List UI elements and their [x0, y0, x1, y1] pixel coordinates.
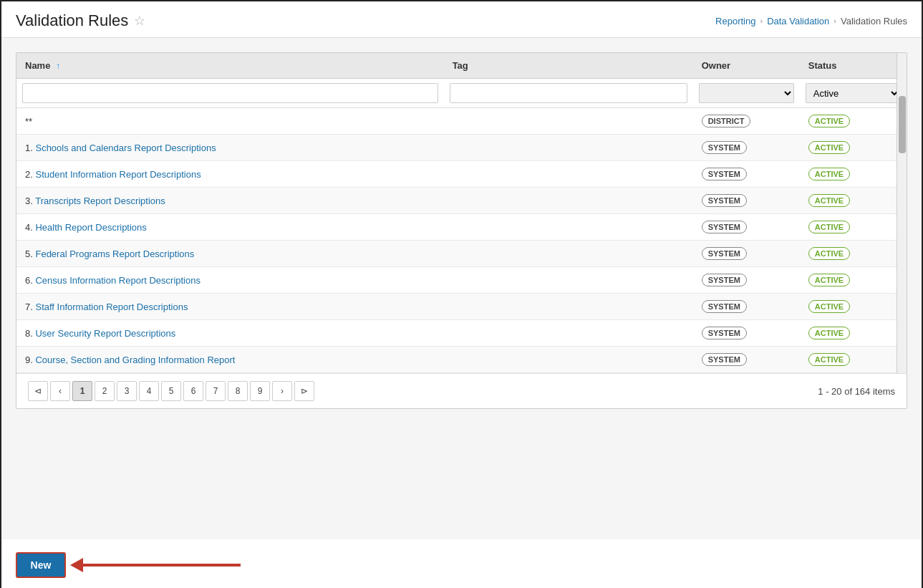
breadcrumb-sep-1: › — [760, 16, 763, 25]
row-status-cell: ACTIVE — [800, 188, 907, 214]
row-owner-cell: DISTRICT — [693, 108, 800, 135]
row-status-cell: ACTIVE — [800, 135, 907, 161]
page-title: Validation Rules ☆ — [16, 11, 145, 30]
breadcrumb-sep-2: › — [833, 16, 836, 25]
tag-filter-input[interactable] — [450, 83, 687, 103]
status-badge: ACTIVE — [808, 247, 850, 260]
arrow-line — [83, 564, 241, 567]
row-name-cell: 8. User Security Report Descriptions — [16, 320, 444, 347]
row-name-cell: 7. Staff Information Report Descriptions — [16, 294, 444, 320]
arrow-head-icon — [70, 558, 83, 572]
col-header-status[interactable]: Status — [800, 53, 907, 79]
page-button-9[interactable]: 9 — [250, 381, 270, 401]
filter-tag-cell — [444, 79, 693, 108]
first-page-button[interactable]: ⊲ — [28, 381, 48, 401]
table-row: 1. Schools and Calendars Report Descript… — [16, 135, 907, 161]
row-name-link[interactable]: Transcripts Report Descriptions — [35, 196, 165, 206]
status-badge: ACTIVE — [808, 353, 850, 366]
row-status-cell: ACTIVE — [800, 214, 907, 241]
row-status-cell: ACTIVE — [800, 267, 907, 294]
owner-badge: SYSTEM — [702, 221, 747, 233]
favorite-star-icon[interactable]: ☆ — [134, 13, 145, 29]
scrollbar[interactable] — [897, 53, 907, 373]
row-name-cell: 2. Student Information Report Descriptio… — [16, 161, 444, 188]
table-body: **DISTRICTACTIVE1. Schools and Calendars… — [16, 108, 907, 373]
page-title-text: Validation Rules — [16, 11, 128, 30]
new-button[interactable]: New — [16, 552, 66, 578]
status-filter-select[interactable]: Active Inactive All — [806, 83, 901, 103]
table-row: 8. User Security Report DescriptionsSYST… — [16, 320, 907, 347]
row-name-link[interactable]: Student Information Report Descriptions — [35, 169, 200, 180]
row-name-cell: 1. Schools and Calendars Report Descript… — [16, 135, 444, 161]
row-owner-cell: SYSTEM — [693, 188, 800, 214]
table-row: 7. Staff Information Report Descriptions… — [16, 294, 907, 320]
col-header-tag[interactable]: Tag — [444, 53, 693, 79]
row-name-link[interactable]: Census Information Report Descriptions — [35, 275, 200, 286]
owner-badge: SYSTEM — [702, 274, 747, 286]
owner-filter-select[interactable]: DISTRICT SYSTEM — [699, 83, 794, 103]
col-header-owner[interactable]: Owner — [693, 53, 800, 79]
row-tag-cell — [444, 294, 693, 320]
row-tag-cell — [444, 347, 693, 373]
table-row: **DISTRICTACTIVE — [16, 108, 907, 135]
owner-badge: SYSTEM — [702, 300, 747, 313]
row-owner-cell: SYSTEM — [693, 161, 800, 188]
main-content: Name ↑ Tag Owner Status — [1, 38, 922, 539]
page-button-7[interactable]: 7 — [206, 381, 226, 401]
row-name-link[interactable]: Course, Section and Grading Information … — [35, 355, 235, 365]
row-name-link[interactable]: Schools and Calendars Report Description… — [35, 143, 216, 153]
row-tag-cell — [444, 267, 693, 294]
breadcrumb-reporting[interactable]: Reporting — [715, 16, 755, 26]
pagination-row: ⊲ ‹ 1 2 3 4 5 6 7 8 9 › ⊳ 1 - 20 of 164 … — [16, 373, 907, 408]
page-button-3[interactable]: 3 — [117, 381, 137, 401]
page-button-2[interactable]: 2 — [95, 381, 115, 401]
row-owner-cell: SYSTEM — [693, 135, 800, 161]
row-tag-cell — [444, 214, 693, 241]
pagination-controls: ⊲ ‹ 1 2 3 4 5 6 7 8 9 › ⊳ — [28, 381, 314, 401]
page-button-5[interactable]: 5 — [161, 381, 181, 401]
table-row: 9. Course, Section and Grading Informati… — [16, 347, 907, 373]
status-badge: ACTIVE — [808, 194, 850, 207]
row-status-cell: ACTIVE — [800, 320, 907, 347]
validation-rules-table: Name ↑ Tag Owner Status — [16, 53, 907, 373]
status-badge: ACTIVE — [808, 327, 850, 339]
owner-badge: SYSTEM — [702, 353, 747, 366]
owner-badge: SYSTEM — [702, 247, 747, 260]
row-tag-cell — [444, 161, 693, 188]
filter-owner-cell: DISTRICT SYSTEM — [693, 79, 800, 108]
row-name-link[interactable]: Health Report Descriptions — [35, 222, 146, 233]
row-name-link[interactable]: Federal Programs Report Descriptions — [35, 249, 194, 259]
row-name-link[interactable]: Staff Information Report Descriptions — [35, 302, 188, 312]
row-owner-cell: SYSTEM — [693, 267, 800, 294]
row-name-cell: 6. Census Information Report Description… — [16, 267, 444, 294]
row-status-cell: ACTIVE — [800, 347, 907, 373]
page-button-6[interactable]: 6 — [183, 381, 203, 401]
page-button-8[interactable]: 8 — [228, 381, 248, 401]
row-tag-cell — [444, 108, 693, 135]
name-filter-input[interactable] — [22, 83, 438, 103]
owner-badge: SYSTEM — [702, 194, 747, 207]
status-badge: ACTIVE — [808, 300, 850, 313]
row-status-cell: ACTIVE — [800, 108, 907, 135]
table-row: 2. Student Information Report Descriptio… — [16, 161, 907, 188]
row-tag-cell — [444, 241, 693, 267]
row-owner-cell: SYSTEM — [693, 320, 800, 347]
sort-arrow-icon: ↑ — [56, 61, 60, 71]
breadcrumb-data-validation[interactable]: Data Validation — [767, 16, 829, 26]
row-name-cell: 3. Transcripts Report Descriptions — [16, 188, 444, 214]
page-button-4[interactable]: 4 — [139, 381, 159, 401]
row-name-link[interactable]: User Security Report Descriptions — [35, 328, 175, 339]
filter-status-cell: Active Inactive All — [800, 79, 907, 108]
row-owner-cell: SYSTEM — [693, 241, 800, 267]
arrow-indicator — [72, 558, 241, 572]
row-tag-cell — [444, 188, 693, 214]
table-row: 6. Census Information Report Description… — [16, 267, 907, 294]
status-badge: ACTIVE — [808, 221, 850, 233]
last-page-button[interactable]: ⊳ — [294, 381, 314, 401]
page-button-1[interactable]: 1 — [72, 381, 92, 401]
col-header-name[interactable]: Name ↑ — [16, 53, 444, 79]
row-status-cell: ACTIVE — [800, 241, 907, 267]
next-page-button[interactable]: › — [272, 381, 292, 401]
row-name-cell: 5. Federal Programs Report Descriptions — [16, 241, 444, 267]
prev-page-button[interactable]: ‹ — [50, 381, 70, 401]
